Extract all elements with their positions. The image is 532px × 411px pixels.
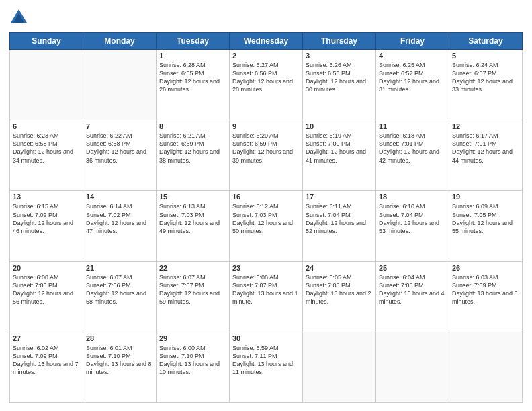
- calendar-cell: 14Sunrise: 6:14 AM Sunset: 7:02 PM Dayli…: [83, 191, 157, 261]
- day-number: 3: [306, 52, 373, 60]
- cell-info: Sunrise: 6:02 AM Sunset: 7:09 PM Dayligh…: [13, 344, 80, 377]
- day-number: 6: [13, 122, 80, 130]
- cell-info: Sunrise: 6:18 AM Sunset: 7:01 PM Dayligh…: [379, 132, 446, 165]
- calendar-header-row: SundayMondayTuesdayWednesdayThursdayFrid…: [10, 33, 523, 50]
- cell-info: Sunrise: 6:00 AM Sunset: 7:10 PM Dayligh…: [159, 344, 226, 377]
- calendar-cell: 13Sunrise: 6:15 AM Sunset: 7:02 PM Dayli…: [10, 191, 83, 261]
- calendar-cell: 18Sunrise: 6:10 AM Sunset: 7:04 PM Dayli…: [376, 191, 449, 261]
- cell-info: Sunrise: 6:06 AM Sunset: 7:07 PM Dayligh…: [232, 273, 300, 306]
- cell-info: Sunrise: 6:17 AM Sunset: 7:01 PM Dayligh…: [452, 132, 519, 165]
- calendar-cell: 12Sunrise: 6:17 AM Sunset: 7:01 PM Dayli…: [449, 120, 523, 191]
- calendar-cell: [303, 332, 376, 402]
- calendar-week-row: 27Sunrise: 6:02 AM Sunset: 7:09 PM Dayli…: [10, 332, 523, 402]
- day-number: 10: [306, 122, 373, 130]
- cell-info: Sunrise: 6:07 AM Sunset: 7:07 PM Dayligh…: [159, 273, 226, 306]
- day-number: 19: [452, 193, 519, 201]
- calendar-day-header: Friday: [376, 33, 449, 50]
- calendar-cell: [376, 332, 449, 402]
- calendar-cell: 27Sunrise: 6:02 AM Sunset: 7:09 PM Dayli…: [10, 332, 83, 402]
- calendar-day-header: Saturday: [449, 33, 523, 50]
- day-number: 28: [86, 334, 153, 342]
- cell-info: Sunrise: 6:04 AM Sunset: 7:08 PM Dayligh…: [379, 273, 446, 306]
- day-number: 12: [452, 122, 519, 130]
- calendar-cell: 30Sunrise: 5:59 AM Sunset: 7:11 PM Dayli…: [230, 332, 303, 402]
- cell-info: Sunrise: 6:19 AM Sunset: 7:00 PM Dayligh…: [306, 132, 373, 165]
- cell-info: Sunrise: 6:10 AM Sunset: 7:04 PM Dayligh…: [379, 202, 446, 235]
- day-number: 21: [86, 264, 153, 272]
- cell-info: Sunrise: 6:09 AM Sunset: 7:05 PM Dayligh…: [452, 202, 519, 235]
- day-number: 25: [379, 264, 446, 272]
- logo: [9, 8, 31, 27]
- calendar-cell: 26Sunrise: 6:03 AM Sunset: 7:09 PM Dayli…: [449, 261, 523, 332]
- calendar-cell: 28Sunrise: 6:01 AM Sunset: 7:10 PM Dayli…: [83, 332, 157, 402]
- calendar-cell: [83, 50, 157, 120]
- cell-info: Sunrise: 6:01 AM Sunset: 7:10 PM Dayligh…: [86, 344, 153, 377]
- calendar-cell: 9Sunrise: 6:20 AM Sunset: 6:59 PM Daylig…: [230, 120, 303, 191]
- cell-info: Sunrise: 6:22 AM Sunset: 6:58 PM Dayligh…: [86, 132, 153, 165]
- cell-info: Sunrise: 6:20 AM Sunset: 6:59 PM Dayligh…: [232, 132, 300, 165]
- cell-info: Sunrise: 5:59 AM Sunset: 7:11 PM Dayligh…: [232, 344, 300, 377]
- calendar-cell: 16Sunrise: 6:12 AM Sunset: 7:03 PM Dayli…: [230, 191, 303, 261]
- calendar-week-row: 1Sunrise: 6:28 AM Sunset: 6:55 PM Daylig…: [10, 50, 523, 120]
- day-number: 23: [232, 264, 300, 272]
- cell-info: Sunrise: 6:23 AM Sunset: 6:58 PM Dayligh…: [13, 132, 80, 165]
- calendar-cell: 7Sunrise: 6:22 AM Sunset: 6:58 PM Daylig…: [83, 120, 157, 191]
- calendar-cell: 6Sunrise: 6:23 AM Sunset: 6:58 PM Daylig…: [10, 120, 83, 191]
- day-number: 5: [452, 52, 519, 60]
- logo-icon: [9, 8, 28, 27]
- cell-info: Sunrise: 6:25 AM Sunset: 6:57 PM Dayligh…: [379, 61, 446, 94]
- day-number: 24: [306, 264, 373, 272]
- calendar-cell: 25Sunrise: 6:04 AM Sunset: 7:08 PM Dayli…: [376, 261, 449, 332]
- day-number: 1: [159, 52, 226, 60]
- day-number: 29: [159, 334, 226, 342]
- cell-info: Sunrise: 6:03 AM Sunset: 7:09 PM Dayligh…: [452, 273, 519, 306]
- day-number: 8: [159, 122, 226, 130]
- calendar-cell: 24Sunrise: 6:05 AM Sunset: 7:08 PM Dayli…: [303, 261, 376, 332]
- day-number: 4: [379, 52, 446, 60]
- day-number: 26: [452, 264, 519, 272]
- calendar-cell: 21Sunrise: 6:07 AM Sunset: 7:06 PM Dayli…: [83, 261, 157, 332]
- day-number: 17: [306, 193, 373, 201]
- calendar-week-row: 13Sunrise: 6:15 AM Sunset: 7:02 PM Dayli…: [10, 191, 523, 261]
- day-number: 14: [86, 193, 153, 201]
- calendar-cell: 5Sunrise: 6:24 AM Sunset: 6:57 PM Daylig…: [449, 50, 523, 120]
- calendar-cell: 17Sunrise: 6:11 AM Sunset: 7:04 PM Dayli…: [303, 191, 376, 261]
- day-number: 15: [159, 193, 226, 201]
- day-number: 16: [232, 193, 300, 201]
- calendar-cell: 19Sunrise: 6:09 AM Sunset: 7:05 PM Dayli…: [449, 191, 523, 261]
- day-number: 22: [159, 264, 226, 272]
- calendar-cell: 20Sunrise: 6:08 AM Sunset: 7:05 PM Dayli…: [10, 261, 83, 332]
- calendar-week-row: 6Sunrise: 6:23 AM Sunset: 6:58 PM Daylig…: [10, 120, 523, 191]
- day-number: 20: [13, 264, 80, 272]
- calendar-day-header: Monday: [83, 33, 157, 50]
- cell-info: Sunrise: 6:07 AM Sunset: 7:06 PM Dayligh…: [86, 273, 153, 306]
- cell-info: Sunrise: 6:27 AM Sunset: 6:56 PM Dayligh…: [232, 61, 300, 94]
- calendar-day-header: Sunday: [10, 33, 83, 50]
- calendar-cell: 11Sunrise: 6:18 AM Sunset: 7:01 PM Dayli…: [376, 120, 449, 191]
- header: [9, 8, 523, 27]
- cell-info: Sunrise: 6:05 AM Sunset: 7:08 PM Dayligh…: [306, 273, 373, 306]
- day-number: 13: [13, 193, 80, 201]
- calendar-table: SundayMondayTuesdayWednesdayThursdayFrid…: [9, 32, 523, 403]
- day-number: 27: [13, 334, 80, 342]
- calendar-cell: 29Sunrise: 6:00 AM Sunset: 7:10 PM Dayli…: [157, 332, 230, 402]
- calendar-cell: [449, 332, 523, 402]
- calendar-cell: 10Sunrise: 6:19 AM Sunset: 7:00 PM Dayli…: [303, 120, 376, 191]
- day-number: 7: [86, 122, 153, 130]
- cell-info: Sunrise: 6:14 AM Sunset: 7:02 PM Dayligh…: [86, 202, 153, 235]
- cell-info: Sunrise: 6:08 AM Sunset: 7:05 PM Dayligh…: [13, 273, 80, 306]
- day-number: 11: [379, 122, 446, 130]
- cell-info: Sunrise: 6:15 AM Sunset: 7:02 PM Dayligh…: [13, 202, 80, 235]
- calendar-cell: 8Sunrise: 6:21 AM Sunset: 6:59 PM Daylig…: [157, 120, 230, 191]
- calendar-cell: 3Sunrise: 6:26 AM Sunset: 6:56 PM Daylig…: [303, 50, 376, 120]
- day-number: 18: [379, 193, 446, 201]
- day-number: 9: [232, 122, 300, 130]
- cell-info: Sunrise: 6:24 AM Sunset: 6:57 PM Dayligh…: [452, 61, 519, 94]
- calendar-week-row: 20Sunrise: 6:08 AM Sunset: 7:05 PM Dayli…: [10, 261, 523, 332]
- cell-info: Sunrise: 6:26 AM Sunset: 6:56 PM Dayligh…: [306, 61, 373, 94]
- calendar-day-header: Tuesday: [157, 33, 230, 50]
- page: SundayMondayTuesdayWednesdayThursdayFrid…: [0, 0, 532, 411]
- cell-info: Sunrise: 6:28 AM Sunset: 6:55 PM Dayligh…: [159, 61, 226, 94]
- cell-info: Sunrise: 6:11 AM Sunset: 7:04 PM Dayligh…: [306, 202, 373, 235]
- cell-info: Sunrise: 6:21 AM Sunset: 6:59 PM Dayligh…: [159, 132, 226, 165]
